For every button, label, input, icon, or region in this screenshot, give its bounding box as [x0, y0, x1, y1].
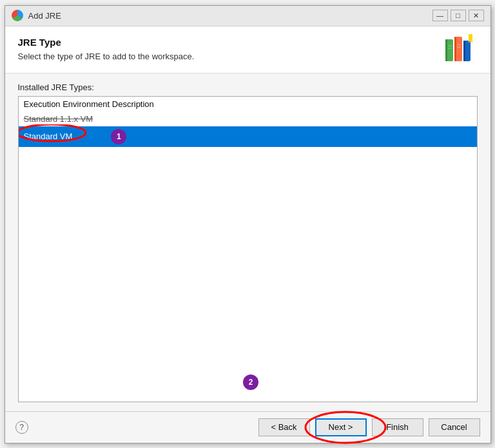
minimize-button[interactable]: — — [432, 10, 448, 21]
list-item-exec-env[interactable]: Execution Environment Description — [19, 97, 477, 112]
add-jre-dialog: Add JRE — □ ✕ JRE Type Select the type o… — [5, 5, 491, 443]
next-label: Next > — [329, 422, 353, 432]
cancel-button[interactable]: Cancel — [429, 418, 480, 436]
footer-left: ? — [15, 421, 28, 434]
cancel-label: Cancel — [441, 422, 467, 432]
finish-label: Finish — [386, 422, 409, 432]
header-text: JRE Type Select the type of JRE to add t… — [18, 37, 195, 61]
next-button-wrapper: Next > — [315, 418, 367, 436]
section-label: Installed JRE Types: — [18, 83, 478, 92]
list-item-std-vm-label: Standard VM — [24, 131, 73, 141]
footer: ? < Back Next > Finish Cancel — [5, 411, 490, 443]
header-section: JRE Type Select the type of JRE to add t… — [5, 26, 490, 73]
maximize-button[interactable]: □ — [451, 10, 466, 21]
annotation-badge-2-wrapper: 2 — [237, 375, 258, 390]
list-item-std-11x[interactable]: Standard 1.1.x VM — [19, 112, 477, 126]
annotation-badge-2: 2 — [243, 375, 258, 390]
books-svg — [444, 34, 478, 65]
annotation-badge-1: 1 — [111, 129, 126, 144]
books-icon — [444, 34, 478, 65]
content-area: Installed JRE Types: Execution Environme… — [5, 73, 490, 411]
window-controls: — □ ✕ — [432, 10, 484, 21]
close-button[interactable]: ✕ — [469, 10, 484, 21]
help-label: ? — [19, 423, 24, 432]
footer-right: < Back Next > Finish Cancel — [258, 418, 480, 436]
svg-rect-1 — [445, 39, 447, 61]
app-icon — [12, 10, 23, 21]
svg-marker-6 — [469, 34, 472, 43]
finish-button[interactable]: Finish — [372, 418, 423, 436]
page-subtitle: Select the type of JRE to add to the wor… — [18, 52, 195, 61]
back-label: < Back — [271, 422, 296, 432]
next-button[interactable]: Next > — [315, 418, 367, 436]
page-title: JRE Type — [18, 37, 195, 48]
list-item-std-11x-label: Standard 1.1.x VM — [24, 114, 93, 124]
list-item-std-vm[interactable]: Standard VM 1 — [19, 126, 477, 147]
svg-rect-3 — [454, 37, 456, 61]
jre-types-list[interactable]: Execution Environment Description Standa… — [18, 96, 478, 402]
list-item-exec-env-label: Execution Environment Description — [24, 99, 154, 109]
back-button[interactable]: < Back — [258, 418, 310, 436]
svg-rect-5 — [463, 41, 465, 61]
dialog-title: Add JRE — [28, 11, 432, 21]
title-bar: Add JRE — □ ✕ — [5, 6, 490, 26]
help-button[interactable]: ? — [15, 421, 28, 434]
